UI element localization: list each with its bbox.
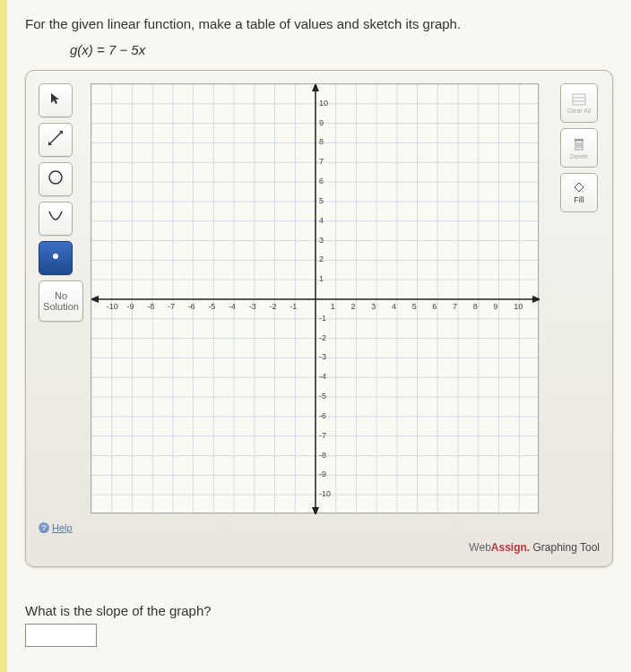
x-tick-label: -8	[147, 302, 154, 311]
y-tick-label: 2	[319, 254, 324, 263]
x-tick-label: 6	[432, 302, 437, 311]
y-tick-label: -5	[319, 392, 326, 401]
x-tick-label: 3	[371, 302, 376, 311]
fill-label: Fill	[574, 195, 584, 204]
x-tick-label: 1	[331, 302, 335, 311]
x-tick-label: -5	[208, 302, 215, 311]
svg-marker-54	[312, 507, 319, 514]
x-tick-label: -9	[126, 302, 134, 311]
parabola-tool-button[interactable]	[39, 202, 73, 236]
x-tick-label: 2	[350, 302, 355, 311]
y-tick-label: -8	[319, 451, 326, 460]
y-tick-label: 5	[319, 196, 324, 205]
x-tick-label: 9	[494, 302, 498, 311]
svg-rect-61	[575, 139, 583, 141]
clear-label: Clear All	[567, 108, 591, 114]
y-tick-label: -7	[319, 431, 326, 440]
y-tick-label: 7	[319, 157, 324, 166]
brand-web: Web	[469, 541, 490, 554]
left-toolbar: No Solution	[39, 83, 83, 513]
cursor-icon	[49, 92, 62, 108]
fill-button[interactable]: Fill	[560, 173, 598, 212]
coordinate-grid[interactable]: -10-9-8-7-6-5-4-3-2-112345678910-10-9-8-…	[91, 83, 539, 513]
grid-icon	[572, 93, 586, 108]
clear-all-button[interactable]: Clear All	[560, 83, 598, 123]
point-tool-button[interactable]	[39, 241, 73, 275]
graphing-tool-panel: No Solution -10-9-8-7-6-5-4-3-2-11234567…	[25, 70, 613, 567]
branding-text: WebAssign. Graphing Tool	[39, 541, 600, 554]
x-tick-label: -6	[188, 302, 195, 311]
pointer-tool-button[interactable]	[39, 83, 73, 117]
svg-marker-56	[91, 296, 99, 303]
y-tick-label: -1	[319, 314, 326, 323]
point-icon	[49, 250, 62, 266]
x-tick-label: -4	[229, 302, 236, 311]
no-solution-button[interactable]: No Solution	[39, 280, 83, 322]
svg-rect-57	[573, 94, 585, 105]
circle-tool-button[interactable]	[39, 162, 73, 196]
slope-answer-input[interactable]	[25, 624, 97, 647]
line-tool-button[interactable]	[39, 123, 73, 157]
brand-assign: Assign.	[491, 541, 530, 554]
y-tick-label: -3	[319, 352, 326, 361]
y-tick-label: 6	[319, 177, 324, 185]
y-tick-label: 1	[319, 274, 324, 283]
right-toolbar: Clear All Delete Fill	[560, 83, 600, 513]
y-tick-label: -4	[319, 372, 326, 381]
x-tick-label: 10	[514, 302, 523, 311]
y-tick-label: 8	[319, 137, 324, 146]
help-link[interactable]: ? Help	[39, 522, 73, 533]
brand-suffix: Graphing Tool	[530, 541, 600, 554]
y-tick-label: 10	[319, 99, 328, 108]
y-tick-label: 9	[319, 118, 324, 127]
x-tick-label: -3	[249, 302, 256, 311]
svg-line-0	[50, 133, 61, 143]
trash-icon	[573, 137, 585, 153]
delete-button[interactable]: Delete	[560, 128, 598, 168]
question-formula: g(x) = 7 − 5x	[70, 42, 613, 57]
x-tick-label: 5	[412, 302, 417, 311]
y-tick-label: -2	[319, 333, 326, 342]
circle-icon	[47, 168, 65, 190]
line-icon	[48, 130, 64, 150]
y-tick-label: 3	[319, 236, 324, 245]
x-tick-label: -10	[107, 302, 118, 311]
svg-marker-53	[312, 84, 319, 91]
delete-label: Delete	[570, 153, 588, 159]
svg-marker-55	[532, 296, 540, 303]
y-tick-label: 4	[319, 216, 324, 225]
slope-question: What is the slope of the graph?	[25, 603, 613, 618]
help-label: Help	[52, 522, 73, 533]
y-tick-label: -6	[319, 411, 326, 420]
x-tick-label: 7	[453, 302, 457, 311]
fill-icon	[572, 181, 586, 195]
x-tick-label: 8	[473, 302, 478, 311]
y-tick-label: -10	[319, 489, 331, 498]
x-tick-label: -7	[168, 302, 175, 311]
parabola-icon	[47, 208, 65, 229]
x-tick-label: 4	[392, 302, 396, 311]
question-prompt: For the given linear function, make a ta…	[25, 16, 613, 31]
y-tick-label: -9	[319, 470, 326, 478]
svg-point-4	[53, 254, 58, 259]
x-tick-label: -2	[270, 302, 277, 311]
x-tick-label: -1	[290, 302, 297, 311]
help-icon: ?	[39, 522, 49, 533]
svg-point-3	[49, 171, 62, 184]
